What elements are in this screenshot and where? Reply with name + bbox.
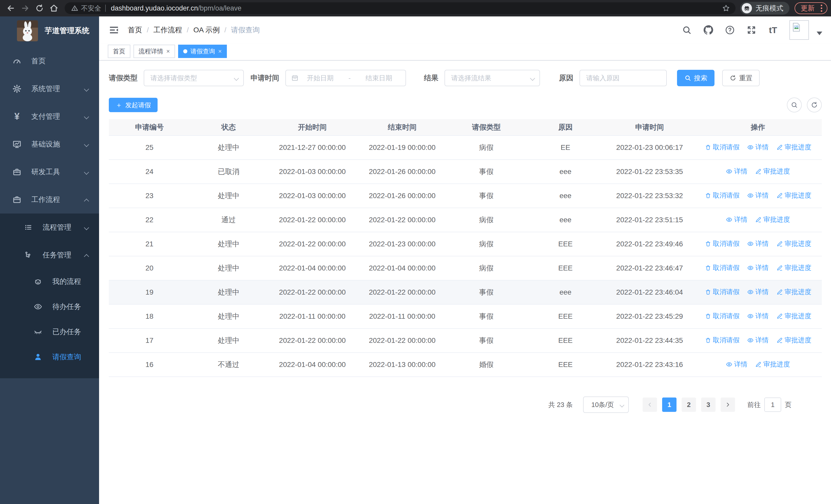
- cell-type: 事假: [447, 159, 526, 184]
- sidebar-item-home[interactable]: 首页: [0, 47, 99, 75]
- table-row: 19 处理中 2022-01-22 00:00:00 2022-01-22 00…: [109, 280, 822, 304]
- detail-link[interactable]: 详情: [747, 191, 769, 200]
- cell-end: 2022-01-04 00:00:00: [358, 256, 447, 280]
- reload-icon[interactable]: [32, 1, 47, 16]
- detail-link[interactable]: 详情: [726, 167, 747, 176]
- cancel-leave-link[interactable]: 取消请假: [705, 288, 740, 296]
- reason-input[interactable]: [586, 74, 660, 82]
- home-icon[interactable]: [47, 1, 61, 16]
- cancel-leave-link[interactable]: 取消请假: [705, 239, 740, 248]
- user-menu-caret-icon[interactable]: [816, 32, 822, 35]
- detail-link[interactable]: 详情: [726, 215, 747, 224]
- create-leave-button[interactable]: ＋ 发起请假: [109, 98, 157, 112]
- approval-progress-link[interactable]: 审批进度: [776, 288, 811, 296]
- approval-progress-link[interactable]: 审批进度: [776, 239, 811, 248]
- breadcrumb-oa-example[interactable]: OA 示例: [194, 25, 220, 35]
- cell-reason: EEE: [526, 232, 605, 256]
- cancel-leave-link[interactable]: 取消请假: [705, 263, 740, 272]
- approval-progress-link[interactable]: 审批进度: [776, 312, 811, 321]
- sidebar-item-payment[interactable]: ¥ 支付管理: [0, 102, 99, 130]
- toggle-search-button[interactable]: [787, 97, 802, 112]
- forward-icon[interactable]: [18, 1, 32, 16]
- github-icon[interactable]: [703, 24, 714, 36]
- approval-progress-link[interactable]: 审批进度: [755, 215, 790, 224]
- approval-progress-link[interactable]: 审批进度: [776, 336, 811, 345]
- bookmark-star-icon[interactable]: [722, 4, 730, 12]
- help-icon[interactable]: [724, 24, 736, 36]
- search-button[interactable]: 搜索: [677, 70, 715, 86]
- cancel-leave-link[interactable]: 取消请假: [705, 312, 740, 321]
- sidebar-item-leave-query[interactable]: 请假查询: [0, 345, 99, 369]
- fullscreen-icon[interactable]: [746, 24, 757, 36]
- leave-type-select[interactable]: 请选择请假类型: [144, 70, 244, 86]
- goto-page-input[interactable]: [764, 397, 781, 412]
- cell-status: 处理中: [190, 328, 267, 353]
- approval-progress-link[interactable]: 审批进度: [755, 360, 790, 369]
- next-page-button[interactable]: [721, 397, 735, 412]
- detail-link[interactable]: 详情: [747, 263, 769, 272]
- approval-progress-link[interactable]: 审批进度: [776, 143, 811, 152]
- chevron-down-icon: [84, 225, 89, 230]
- sidebar-item-system[interactable]: 系统管理: [0, 75, 99, 102]
- detail-link[interactable]: 详情: [747, 336, 769, 345]
- cell-start: 2022-01-04 00:00:00: [267, 256, 358, 280]
- detail-link[interactable]: 详情: [747, 143, 769, 152]
- detail-link[interactable]: 详情: [726, 360, 747, 369]
- font-size-icon[interactable]: tT: [767, 24, 779, 36]
- sidebar-item-my-process[interactable]: 我的流程: [0, 269, 99, 294]
- cell-type: 病假: [447, 256, 526, 280]
- date-start-placeholder[interactable]: 开始日期: [299, 73, 342, 83]
- page-button-3[interactable]: 3: [701, 397, 716, 412]
- avatar[interactable]: [790, 20, 809, 40]
- detail-link[interactable]: 详情: [747, 288, 769, 296]
- cell-end: 2022-01-22 00:00:00: [358, 208, 447, 232]
- page-button-1[interactable]: 1: [662, 397, 677, 412]
- sidebar-item-workflow[interactable]: 工作流程: [0, 186, 99, 213]
- page-size-select[interactable]: 10条/页: [583, 396, 629, 413]
- approval-progress-link[interactable]: 审批进度: [755, 167, 790, 176]
- result-select[interactable]: 请选择流结果: [445, 70, 540, 86]
- close-icon[interactable]: ×: [218, 48, 222, 55]
- app-logo[interactable]: 芋道管理系统: [0, 17, 99, 45]
- tab-leave-query[interactable]: 请假查询 ×: [178, 45, 227, 58]
- sidebar-item-task-mgmt[interactable]: 任务管理: [0, 241, 99, 269]
- approval-progress-link[interactable]: 审批进度: [776, 263, 811, 272]
- tab-process-detail[interactable]: 流程详情 ×: [134, 45, 175, 58]
- calendar-icon: [291, 74, 299, 82]
- sidebar-item-done-tasks[interactable]: 已办任务: [0, 319, 99, 345]
- detail-link[interactable]: 详情: [747, 312, 769, 321]
- cancel-leave-link[interactable]: 取消请假: [705, 191, 740, 200]
- sidebar-item-todo-tasks[interactable]: 待办任务: [0, 294, 99, 319]
- breadcrumb-home[interactable]: 首页: [128, 25, 142, 35]
- prev-page-button[interactable]: [642, 397, 657, 412]
- sidebar-item-infra[interactable]: 基础设施: [0, 130, 99, 158]
- table-header-row: 申请编号 状态 开始时间 结束时间 请假类型 原因 申请时间 操作: [109, 119, 822, 136]
- date-end-placeholder[interactable]: 结束日期: [357, 73, 400, 83]
- cancel-leave-link[interactable]: 取消请假: [705, 143, 740, 152]
- page-button-2[interactable]: 2: [682, 397, 696, 412]
- detail-link[interactable]: 详情: [747, 239, 769, 248]
- cancel-leave-link[interactable]: 取消请假: [705, 336, 740, 345]
- breadcrumb-workflow[interactable]: 工作流程: [153, 25, 182, 35]
- cell-id: 22: [109, 208, 190, 232]
- update-button[interactable]: 更新: [795, 2, 827, 14]
- chevron-down-icon: [84, 142, 89, 147]
- search-icon[interactable]: [681, 24, 692, 36]
- eye-icon: [726, 361, 733, 368]
- address-bar[interactable]: 不安全 dashboard.yudao.iocoder.cn/bpm/oa/le…: [65, 2, 736, 14]
- sidebar-collapse-icon[interactable]: [108, 24, 120, 36]
- sidebar-item-process-mgmt[interactable]: 流程管理: [0, 213, 99, 241]
- sidebar-item-devtools[interactable]: 研发工具: [0, 158, 99, 186]
- tab-home[interactable]: 首页: [108, 45, 131, 58]
- close-icon[interactable]: ×: [166, 48, 170, 55]
- reset-button[interactable]: 重置: [722, 70, 760, 86]
- approval-progress-link[interactable]: 审批进度: [776, 191, 811, 200]
- pagination: 共 23 条 10条/页 1 2 3 前往: [109, 396, 822, 413]
- cell-start: 2022-01-03 00:00:00: [267, 159, 358, 184]
- refresh-table-button[interactable]: [807, 97, 822, 112]
- browser-menu-icon[interactable]: [819, 5, 824, 12]
- apply-time-range-picker[interactable]: 开始日期 - 结束日期: [285, 70, 406, 86]
- cell-status: 处理中: [190, 184, 267, 208]
- browser-toolbar: 不安全 dashboard.yudao.iocoder.cn/bpm/oa/le…: [0, 0, 831, 17]
- back-icon[interactable]: [4, 1, 18, 16]
